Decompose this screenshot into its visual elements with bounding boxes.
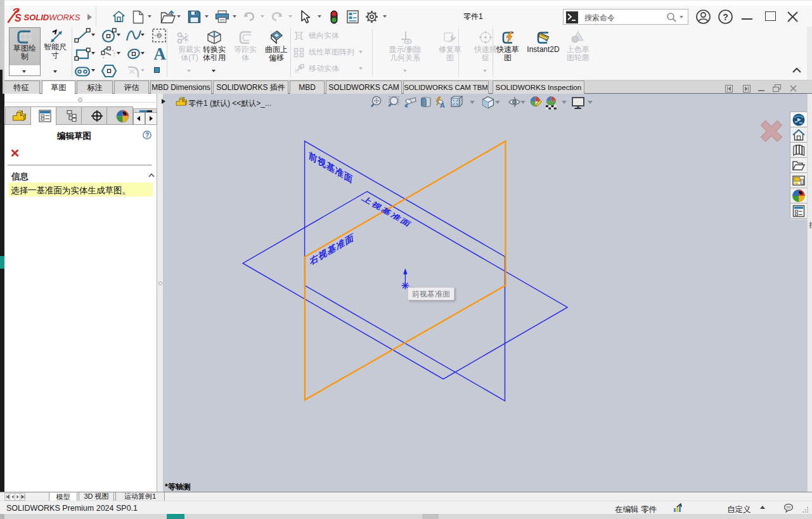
svg-text:S: S xyxy=(15,13,22,23)
svg-text:A: A xyxy=(440,101,445,109)
svg-text:A: A xyxy=(153,45,166,61)
svg-text:?: ? xyxy=(145,132,149,139)
svg-text:?: ? xyxy=(723,12,728,22)
svg-text:SOLIDWORKS: SOLIDWORKS xyxy=(24,13,81,22)
